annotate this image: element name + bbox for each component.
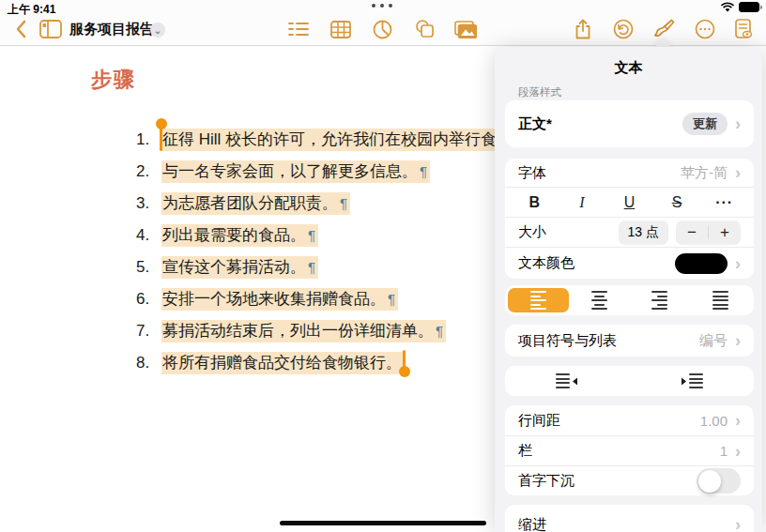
size-row: 大小 13 点 − + — [505, 217, 754, 247]
title-menu-chevron-icon[interactable]: ⌄ — [150, 23, 165, 38]
chevron-right-icon: › — [735, 115, 741, 132]
chart-insert-icon[interactable] — [369, 16, 395, 42]
battery-icon — [739, 2, 762, 13]
more-text-options-button[interactable]: ··· — [700, 194, 748, 211]
pilcrow-mark: ¶ — [434, 323, 443, 339]
clock: 上午 9:41 — [8, 2, 55, 18]
font-row[interactable]: 字体 苹方-简 › — [505, 159, 754, 187]
indent-settings-row[interactable]: 缩进 › — [505, 505, 754, 532]
align-center-button[interactable] — [569, 288, 630, 312]
wifi-icon — [720, 2, 735, 13]
strikethrough-button[interactable]: S — [653, 194, 701, 211]
sidebar-thumbnails-icon[interactable] — [38, 16, 64, 42]
section-heading[interactable]: 步骤 — [91, 66, 136, 94]
paragraph-style-label: 段落样式 — [518, 85, 561, 99]
drop-cap-toggle[interactable] — [697, 468, 741, 494]
document-view-icon[interactable] — [730, 16, 757, 42]
bold-button[interactable]: B — [511, 194, 559, 211]
list-insert-icon[interactable] — [285, 16, 312, 42]
paragraph-style-row[interactable]: 正文* 更新 › — [505, 100, 754, 147]
pilcrow-mark: ¶ — [306, 259, 315, 275]
chevron-right-icon: › — [735, 443, 741, 460]
text-style-row: B I U S ··· — [505, 187, 754, 217]
text-color-row[interactable]: 文本颜色 › — [505, 247, 754, 279]
home-indicator[interactable] — [280, 521, 486, 525]
table-insert-icon[interactable] — [328, 16, 354, 42]
font-card: 字体 苹方-简 › B I U S ··· 大小 13 点 − + 文本颜色 › — [505, 159, 754, 279]
chevron-right-icon: › — [735, 332, 741, 349]
chevron-right-icon: › — [735, 255, 741, 272]
line-spacing-row[interactable]: 行间距 1.00 › — [505, 405, 754, 435]
chevron-right-icon: › — [735, 516, 741, 532]
bullets-card: 项目符号与列表 编号 › — [505, 325, 754, 357]
multitask-indicator-icon[interactable] — [372, 4, 392, 8]
italic-button[interactable]: I — [559, 194, 606, 211]
format-brush-icon[interactable] — [651, 16, 677, 42]
align-right-button[interactable] — [630, 288, 691, 312]
panel-title: 文本 — [495, 59, 762, 77]
more-options-icon[interactable] — [692, 16, 718, 42]
chevron-right-icon: › — [735, 412, 741, 429]
outdent-icon[interactable] — [505, 373, 630, 388]
shape-insert-icon[interactable] — [411, 16, 437, 42]
media-insert-icon[interactable] — [452, 16, 479, 42]
status-bar: 上午 9:41 — [0, 0, 766, 15]
indent-card — [505, 366, 754, 396]
alignment-card — [505, 285, 754, 315]
size-increase-button[interactable]: + — [709, 223, 741, 242]
spacing-card: 行间距 1.00 › 栏 1 › 首字下沉 — [505, 405, 754, 495]
font-size-stepper: − + — [676, 220, 741, 245]
undo-icon[interactable] — [610, 16, 636, 42]
chevron-right-icon: › — [735, 164, 741, 181]
bullets-row[interactable]: 项目符号与列表 编号 › — [505, 325, 754, 357]
format-panel: 文本 段落样式 正文* 更新 › 字体 苹方-简 › B I U S ··· 大… — [495, 47, 762, 532]
share-icon[interactable] — [570, 16, 596, 42]
size-decrease-button[interactable]: − — [676, 223, 708, 242]
update-style-button[interactable]: 更新 — [682, 113, 728, 135]
paragraph-style-card: 正文* 更新 › — [505, 100, 754, 147]
pilcrow-mark: ¶ — [306, 227, 315, 243]
pilcrow-mark: ¶ — [338, 195, 347, 211]
underline-button[interactable]: U — [605, 194, 653, 211]
drop-cap-row: 首字下沉 — [505, 465, 754, 495]
align-left-button[interactable] — [508, 288, 569, 312]
indent-settings-card: 缩进 › — [505, 505, 754, 532]
pilcrow-mark: ¶ — [418, 163, 427, 179]
font-size-value[interactable]: 13 点 — [619, 220, 668, 245]
pilcrow-mark: ¶ — [386, 291, 395, 307]
columns-row[interactable]: 栏 1 › — [505, 435, 754, 465]
back-button[interactable] — [8, 16, 34, 42]
text-color-swatch[interactable] — [675, 253, 728, 274]
align-justify-button[interactable] — [690, 288, 751, 312]
document-title[interactable]: 服务项目报告 — [69, 21, 154, 38]
indent-icon[interactable] — [630, 373, 755, 388]
